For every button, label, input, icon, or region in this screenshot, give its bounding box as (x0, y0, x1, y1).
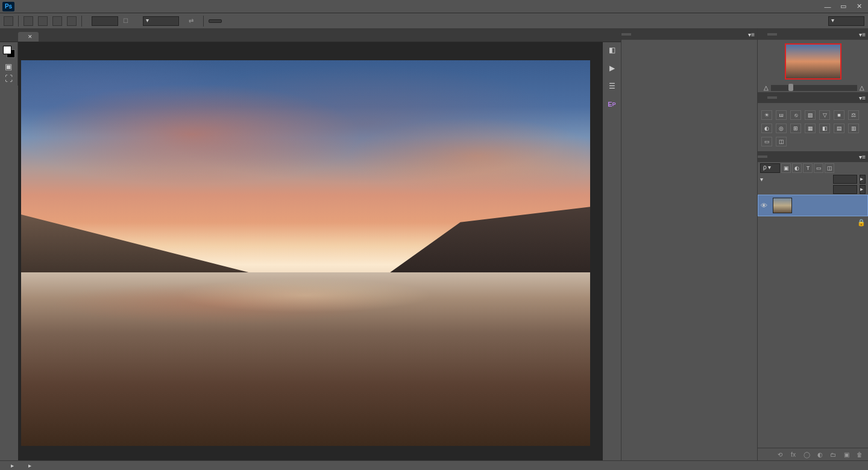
layers-panel-tabs: ▾≡ (758, 151, 868, 162)
selection-intersect-icon[interactable] (67, 16, 77, 26)
foreground-color-swatch[interactable] (3, 46, 11, 54)
visibility-icon[interactable]: 👁 (761, 202, 769, 209)
hue-icon[interactable]: ■ (834, 110, 844, 120)
layer-thumbnail[interactable] (773, 198, 792, 213)
filter-adjust-icon[interactable]: ◐ (792, 163, 802, 173)
threshold-icon[interactable]: ▥ (848, 124, 859, 133)
navigator-panel-tabs: ▾≡ (758, 29, 868, 40)
tab-libraries[interactable] (758, 96, 767, 99)
properties-panel-tabs: ▾≡ (621, 29, 757, 40)
minimize-button[interactable]: ― (821, 2, 834, 11)
balance-icon[interactable]: ⚖ (848, 110, 859, 120)
bw-icon[interactable]: ◐ (761, 124, 772, 133)
layer-fx-icon[interactable]: fx (788, 450, 798, 459)
new-layer-icon[interactable]: ▣ (841, 450, 851, 459)
tab-adjustments[interactable] (767, 96, 777, 99)
marquee-tool-icon[interactable] (4, 16, 13, 26)
invert-icon[interactable]: ◧ (819, 124, 830, 133)
add-adjustment-label (758, 103, 868, 109)
right-panels: ▾≡ ▾≡ △ △ ▾≡ ☀ ш ⎋ ▨ ▽ (621, 29, 868, 460)
menu-bar: Ps ― ▭ ✕ (0, 0, 868, 13)
lock-icon[interactable]: 🔒 (857, 219, 866, 227)
delete-layer-icon[interactable]: 🗑 (855, 450, 864, 459)
options-bar: ☐ ▾ ⇄ ▾ (0, 13, 868, 29)
selection-add-icon[interactable] (38, 16, 48, 26)
mixer-icon[interactable]: ⊞ (790, 124, 801, 133)
opacity-slider-toggle[interactable]: ▸ (860, 175, 866, 184)
workspace-select[interactable]: ▾ (828, 16, 864, 26)
status-zoom-menu-icon[interactable]: ▸ (11, 462, 14, 469)
style-select[interactable]: ▾ (143, 16, 179, 26)
zoom-in-icon[interactable]: △ (860, 84, 864, 91)
adjustments-panel-tabs: ▾≡ (758, 92, 868, 103)
selection-subtract-icon[interactable] (52, 16, 62, 26)
close-tab-icon[interactable]: ✕ (28, 34, 33, 40)
tab-histogram[interactable] (758, 33, 767, 36)
maximize-button[interactable]: ▭ (837, 2, 850, 11)
tab-channels[interactable] (767, 155, 777, 158)
filter-smart-icon[interactable]: ◫ (825, 163, 834, 173)
status-menu-icon[interactable]: ▸ (28, 462, 31, 469)
zoom-out-icon[interactable]: △ (764, 84, 769, 91)
refine-edge-button[interactable] (209, 19, 222, 23)
adjustment-presets: ☀ ш ⎋ ▨ ▽ ■ ⚖ ◐ ◎ ⊞ ▦ ◧ ▤ ▥ ▭ ◫ (758, 109, 868, 151)
photo-filter-icon[interactable]: ◎ (776, 124, 787, 133)
blend-mode-select[interactable]: ▾ (760, 176, 814, 183)
layers-panel-footer: ⟲ fx ◯ ◐ 🗀 ▣ 🗑 (758, 448, 868, 460)
panel-menu-icon[interactable]: ▾≡ (857, 95, 868, 101)
document-canvas[interactable] (21, 60, 590, 446)
toolbox: ▣ ⛶ (0, 42, 18, 86)
history-icon[interactable]: ◧ (606, 45, 617, 55)
filter-type-icon[interactable]: T (803, 163, 813, 173)
selection-new-icon[interactable] (24, 16, 33, 26)
lookup-icon[interactable]: ▦ (805, 124, 816, 133)
tab-layers[interactable] (758, 155, 767, 158)
quick-mask-icon[interactable]: ▣ (0, 60, 17, 72)
filter-pixel-icon[interactable]: ▣ (781, 163, 791, 173)
color-swatches[interactable] (3, 46, 15, 58)
layer-mask-icon[interactable]: ◯ (802, 450, 811, 459)
link-layers-icon[interactable]: ⟲ (775, 450, 785, 459)
tab-navigator[interactable] (767, 33, 777, 36)
document-tab[interactable]: ✕ (18, 32, 39, 42)
fill-slider-toggle[interactable]: ▸ (860, 185, 866, 194)
group-icon[interactable]: 🗀 (828, 450, 838, 459)
zoom-slider[interactable] (771, 85, 857, 91)
app-logo: Ps (2, 2, 14, 11)
adjustment-layer-icon[interactable]: ◐ (815, 450, 825, 459)
exposure-icon[interactable]: ▨ (805, 110, 816, 120)
curves-icon[interactable]: ⎋ (790, 110, 801, 120)
gradient-map-icon[interactable]: ▭ (761, 137, 772, 146)
ep-icon[interactable]: EP (606, 99, 617, 110)
levels-icon[interactable]: ш (776, 110, 787, 120)
window-controls: ― ▭ ✕ (821, 2, 866, 11)
feather-input[interactable] (92, 16, 118, 26)
brightness-icon[interactable]: ☀ (761, 110, 772, 120)
posterize-icon[interactable]: ▤ (834, 124, 844, 133)
collapsed-panel-strip: ◧ ▶ ☰ EP (603, 42, 621, 114)
vibrance-icon[interactable]: ▽ (819, 110, 830, 120)
opacity-value[interactable] (833, 175, 857, 184)
panel-icon[interactable]: ☰ (606, 81, 617, 92)
layer-filter-kind[interactable]: ρ ▾ (760, 163, 780, 173)
filter-shape-icon[interactable]: ▭ (814, 163, 823, 173)
status-bar: ▸ ▸ (0, 460, 868, 470)
canvas-area (18, 42, 603, 460)
fill-value[interactable] (833, 185, 857, 194)
panel-menu-icon[interactable]: ▾≡ (857, 31, 868, 38)
panel-menu-icon[interactable]: ▾≡ (857, 154, 868, 160)
no-properties-label (625, 42, 753, 49)
screen-mode-icon[interactable]: ⛶ (0, 72, 17, 84)
panel-menu-icon[interactable]: ▾≡ (746, 31, 757, 38)
actions-icon[interactable]: ▶ (606, 63, 617, 74)
navigator-thumbnail[interactable] (785, 43, 841, 80)
tab-paths[interactable] (777, 155, 787, 158)
tab-info[interactable] (631, 33, 641, 36)
close-button[interactable]: ✕ (852, 2, 866, 11)
selective-icon[interactable]: ◫ (776, 137, 787, 146)
tab-properties[interactable] (621, 33, 631, 36)
layer-row[interactable]: 👁 (758, 195, 868, 216)
